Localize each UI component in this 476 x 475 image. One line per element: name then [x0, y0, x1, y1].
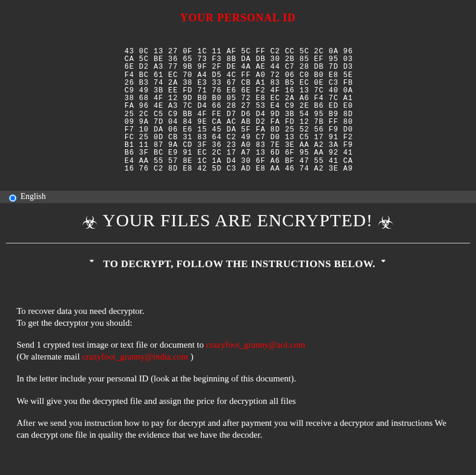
- personal-id-hex: 43 0C 13 27 0F 1C 11 AF 5C FF C2 CC 5C 2…: [124, 48, 476, 173]
- instruction-line: Send 1 crypted test image or text file o…: [17, 339, 459, 362]
- personal-id-panel: YOUR PERSONAL ID 43 0C 13 27 0F 1C 11 AF…: [0, 0, 476, 191]
- encrypted-heading: ☣ YOUR FILES ARE ENCRYPTED! ☣: [0, 210, 476, 233]
- encrypted-title-text: YOUR FILES ARE ENCRYPTED!: [103, 210, 373, 230]
- subheading-text: TO DECRYPT, FOLLOW THE INSTRUCTIONS BELO…: [103, 258, 375, 269]
- subheading: 🢓 TO DECRYPT, FOLLOW THE INSTRUCTIONS BE…: [0, 258, 476, 270]
- divider: [6, 243, 470, 243]
- instructions-body: To recover data you need decryptor. To g…: [0, 306, 476, 441]
- language-radio-english[interactable]: [9, 194, 17, 202]
- language-label: English: [21, 192, 46, 201]
- instruction-line: In the letter include your personal ID (…: [17, 373, 459, 385]
- arrow-down-icon: 🢓: [90, 258, 95, 269]
- instruction-line: After we send you instruction how to pay…: [17, 418, 459, 441]
- language-bar: English: [0, 191, 476, 203]
- contact-email-primary: crazyfoot_granny@aol.com: [206, 340, 306, 349]
- biohazard-icon: ☣: [378, 212, 394, 232]
- personal-id-title: YOUR PERSONAL ID: [0, 12, 476, 24]
- main-panel: ☣ YOUR FILES ARE ENCRYPTED! ☣ 🢓 TO DECRY…: [0, 210, 476, 464]
- contact-email-alternate: crazyfoot_granny@india.com: [82, 352, 188, 361]
- instruction-line: To recover data you need decryptor. To g…: [17, 306, 459, 329]
- arrow-down-icon: 🢓: [381, 258, 387, 269]
- biohazard-icon: ☣: [82, 212, 98, 232]
- instruction-line: We will give you the decrypted file and …: [17, 396, 459, 407]
- language-option-english[interactable]: English: [6, 192, 46, 201]
